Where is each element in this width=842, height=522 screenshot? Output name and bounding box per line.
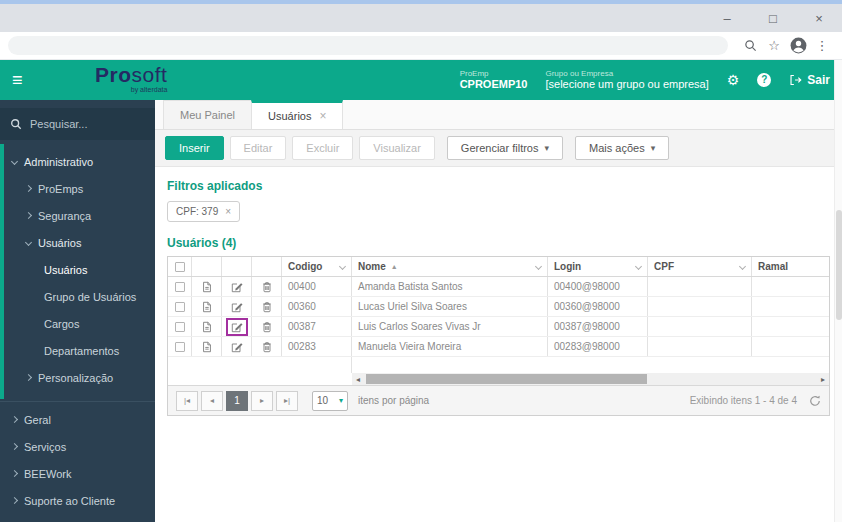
address-bar[interactable] (8, 36, 728, 55)
sidebar-item-geral[interactable]: Geral (0, 406, 155, 433)
scroll-right-arrow-icon[interactable]: ▸ (817, 375, 829, 384)
sidebar-item-suporte-ao-cliente[interactable]: Suporte ao Cliente (0, 487, 155, 514)
row-checkbox-cell[interactable] (168, 317, 192, 336)
logout-button[interactable]: Sair (789, 73, 830, 87)
sidebar-search[interactable] (0, 108, 155, 140)
sidebar-item-departamentos[interactable]: Departamentos (0, 337, 155, 364)
edit-record-icon[interactable] (222, 297, 252, 316)
table-row[interactable]: 00360 Lucas Uriel Silva Soares 00360@980… (168, 297, 829, 317)
caret-down-icon: ▾ (339, 396, 343, 405)
table-row[interactable]: 00283 Manuela Vieira Moreira 00283@98000 (168, 337, 829, 357)
tab-bar: Meu Painel Usuários × (155, 100, 842, 130)
page-1-button[interactable]: 1 (226, 391, 248, 411)
insert-button[interactable]: Inserir (165, 136, 224, 160)
scrollbar-track[interactable] (364, 373, 817, 385)
chevron-down-icon (25, 239, 32, 246)
sidebar-item-administrativo[interactable]: Administrativo (0, 148, 155, 175)
delete-record-icon[interactable] (252, 277, 282, 296)
browser-menu-dots-icon[interactable]: ⋮ (810, 34, 834, 58)
scrollbar-thumb[interactable] (366, 374, 647, 384)
group-company-field[interactable]: Grupo ou Empresa [selecione um grupo ou … (545, 69, 708, 91)
row-checkbox-cell[interactable] (168, 297, 192, 316)
filter-chip-cpf[interactable]: CPF: 379 × (167, 201, 240, 222)
settings-gear-icon[interactable]: ⚙ (727, 72, 740, 88)
edit-record-icon-highlighted[interactable] (222, 317, 252, 336)
manage-filters-button[interactable]: Gerenciar filtros ▾ (447, 136, 563, 160)
edit-record-icon[interactable] (222, 337, 252, 356)
chevron-down-icon[interactable] (739, 263, 746, 270)
next-page-button[interactable]: ▸ (251, 391, 273, 411)
browser-vertical-scrollbar[interactable] (834, 60, 842, 522)
cell-cpf (648, 277, 752, 296)
scroll-left-arrow-icon[interactable]: ◂ (352, 375, 364, 384)
row-checkbox[interactable] (175, 322, 185, 332)
row-checkbox-cell[interactable] (168, 277, 192, 296)
row-checkbox[interactable] (175, 282, 185, 292)
column-header-login[interactable]: Login (548, 257, 648, 276)
sidebar-item-2a-via-de-boletos[interactable]: 2ª Via de Boletos (0, 514, 155, 522)
refresh-icon[interactable] (809, 395, 821, 407)
sidebar-item-usuarios[interactable]: Usuários (0, 256, 155, 283)
column-header-cpf[interactable]: CPF (648, 257, 752, 276)
zoom-search-icon[interactable] (738, 34, 762, 58)
chevron-down-icon[interactable] (535, 263, 542, 270)
column-label: Nome (358, 261, 386, 272)
more-actions-button[interactable]: Mais ações ▾ (575, 136, 669, 160)
chevron-down-icon[interactable] (339, 263, 346, 270)
sidebar-item-seguranca[interactable]: Segurança (0, 202, 155, 229)
delete-record-icon[interactable] (252, 297, 282, 316)
cell-codigo: 00283 (282, 337, 352, 356)
column-header-nome[interactable]: Nome ▲ (352, 257, 548, 276)
column-header-codigo[interactable]: Codigo (282, 257, 352, 276)
sidebar-item-servicos[interactable]: Serviços (0, 433, 155, 460)
chevron-down-icon[interactable] (635, 263, 642, 270)
help-icon[interactable]: ? (757, 73, 771, 87)
sidebar-item-usuarios-group[interactable]: Usuários (0, 229, 155, 256)
hamburger-menu-icon[interactable]: ≡ (12, 70, 42, 91)
horizontal-scrollbar[interactable]: ◂ ▸ (352, 373, 829, 385)
table-row[interactable]: 00387 Luis Carlos Soares Vivas Jr 00387@… (168, 317, 829, 337)
first-page-button[interactable]: |◂ (176, 391, 198, 411)
select-all-checkbox[interactable] (175, 262, 185, 272)
select-all-cell[interactable] (168, 257, 192, 276)
delete-button[interactable]: Excluir (292, 136, 353, 160)
sidebar-item-proemps[interactable]: ProEmps (0, 175, 155, 202)
prosoft-logo: Prosoft by alterdata (95, 64, 167, 93)
group-company-value[interactable]: [selecione um grupo ou empresa] (545, 78, 708, 91)
profile-avatar-icon[interactable] (786, 34, 810, 58)
window-maximize-button[interactable]: □ (750, 4, 796, 32)
delete-record-icon[interactable] (252, 317, 282, 336)
sidebar-item-cargos[interactable]: Cargos (0, 310, 155, 337)
tab-meu-painel[interactable]: Meu Painel (163, 100, 252, 129)
column-header-ramal[interactable]: Ramal (752, 257, 829, 276)
items-per-page-select[interactable]: 10 ▾ (312, 391, 348, 411)
sidebar-item-beework[interactable]: BEEWork (0, 460, 155, 487)
last-page-button[interactable]: ▸| (276, 391, 298, 411)
sidebar-item-personalizacao[interactable]: Personalização (0, 364, 155, 391)
bookmark-star-icon[interactable]: ☆ (762, 34, 786, 58)
view-button[interactable]: Visualizar (359, 136, 435, 160)
sidebar-item-grupo-de-usuarios[interactable]: Grupo de Usuários (0, 283, 155, 310)
tab-close-icon[interactable]: × (319, 109, 326, 123)
view-record-icon[interactable] (192, 277, 222, 296)
row-checkbox[interactable] (175, 302, 185, 312)
edit-record-icon[interactable] (222, 277, 252, 296)
vertical-scrollbar-thumb[interactable] (836, 210, 842, 320)
window-minimize-button[interactable]: – (704, 4, 750, 32)
view-record-icon[interactable] (192, 337, 222, 356)
window-close-button[interactable]: × (796, 4, 842, 32)
view-record-icon[interactable] (192, 297, 222, 316)
edit-button[interactable]: Editar (230, 136, 287, 160)
tab-usuarios[interactable]: Usuários × (251, 100, 343, 129)
search-input[interactable] (30, 118, 130, 130)
previous-page-button[interactable]: ◂ (201, 391, 223, 411)
row-checkbox[interactable] (175, 342, 185, 352)
view-record-icon[interactable] (192, 317, 222, 336)
sidebar-item-label: Usuários (38, 237, 81, 249)
table-row[interactable]: 00400 Amanda Batista Santos 00400@98000 (168, 277, 829, 297)
filter-chip-remove-icon[interactable]: × (225, 206, 231, 217)
row-checkbox-cell[interactable] (168, 337, 192, 356)
delete-record-icon[interactable] (252, 337, 282, 356)
cell-login: 00283@98000 (548, 337, 648, 356)
caret-down-icon: ▾ (651, 143, 656, 153)
